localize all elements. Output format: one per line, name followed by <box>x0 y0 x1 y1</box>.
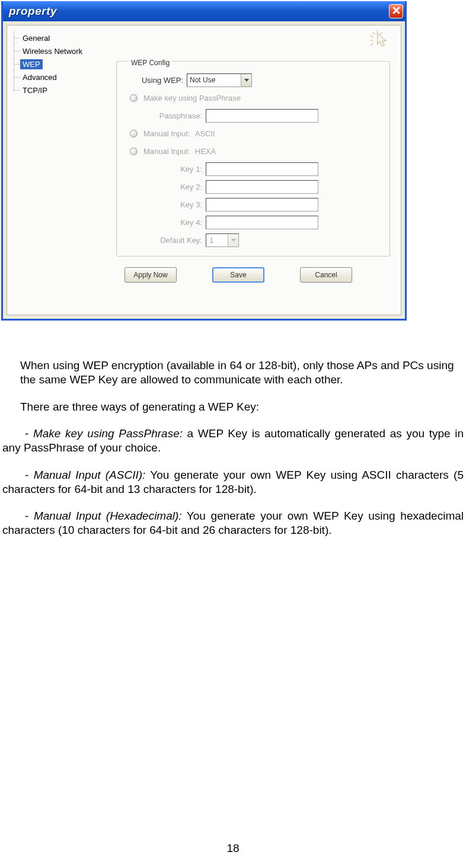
window-title: property <box>9 5 57 18</box>
manual-hexa-row: Manual Input: HEXA <box>124 142 382 160</box>
sidebar-item-wep[interactable]: WEP <box>12 57 110 71</box>
doc-paragraph-2: There are three ways of generating a WEP… <box>2 400 464 414</box>
document-body-text: When using WEP encryption (available in … <box>0 358 466 550</box>
title-bar[interactable]: property <box>3 1 405 21</box>
sidebar-item-tcpip[interactable]: TCP/IP <box>12 84 110 97</box>
passphrase-row: Passphrase: <box>124 107 382 124</box>
button-row: Apply Now Save Cancel <box>116 262 390 289</box>
close-button[interactable] <box>389 4 403 18</box>
key1-row: Key 1: <box>124 160 382 178</box>
key4-row: Key 4: <box>124 213 382 231</box>
manual-ascii-radio[interactable] <box>130 130 138 137</box>
using-wep-value: Not Use <box>190 76 215 84</box>
make-key-row: Make key using PassPhrase <box>124 89 382 107</box>
key3-input[interactable] <box>206 198 318 212</box>
sidebar-item-wireless-network[interactable]: Wireless Network <box>12 44 110 57</box>
manual-ascii-label: Manual Input: <box>143 129 190 138</box>
manual-hexa-label: Manual Input: <box>143 147 190 156</box>
sidebar-item-advanced[interactable]: Advanced <box>12 71 110 84</box>
manual-hexa-value: HEXA <box>195 147 216 156</box>
doc-paragraph-3: - Make key using PassPhrase: a WEP Key i… <box>2 427 464 455</box>
default-key-dropdown[interactable]: 1 <box>206 233 239 247</box>
window-body: General Wireless Network WEP Advanced TC… <box>7 25 401 315</box>
close-icon <box>392 6 400 17</box>
wep-config-fieldset: WEP Config Using WEP: Not Use Mak <box>116 61 390 257</box>
key2-label: Key 2: <box>124 182 206 191</box>
key4-input[interactable] <box>206 216 318 229</box>
default-key-value: 1 <box>206 236 228 245</box>
manual-hexa-radio[interactable] <box>130 148 138 155</box>
apply-now-button[interactable]: Apply Now <box>125 267 177 283</box>
make-key-radio[interactable] <box>130 94 138 102</box>
page-number: 18 <box>0 842 466 855</box>
chevron-down-icon <box>241 74 251 87</box>
key1-input[interactable] <box>206 162 318 176</box>
manual-ascii-value: ASCII <box>195 129 215 138</box>
passphrase-input[interactable] <box>206 109 318 123</box>
sidebar-item-general[interactable]: General <box>12 31 110 44</box>
doc-paragraph-4: - Manual Input (ASCII): You generate you… <box>2 468 464 497</box>
sidebar-tree: General Wireless Network WEP Advanced TC… <box>7 25 110 315</box>
property-window: property General Wireless Network WEP Ad… <box>1 1 407 321</box>
cancel-button[interactable]: Cancel <box>300 267 352 283</box>
default-key-row: Default Key: 1 <box>124 231 382 249</box>
save-button[interactable]: Save <box>212 267 264 283</box>
doc-paragraph-1: When using WEP encryption (available in … <box>2 358 464 387</box>
using-wep-dropdown[interactable]: Not Use <box>187 73 252 87</box>
key3-label: Key 3: <box>124 200 206 209</box>
main-panel: WEP Config Using WEP: Not Use Mak <box>110 25 401 315</box>
key2-row: Key 2: <box>124 178 382 196</box>
using-wep-label: Using WEP: <box>124 76 187 85</box>
make-key-label: Make key using PassPhrase <box>143 94 241 103</box>
key2-input[interactable] <box>206 180 318 194</box>
doc-paragraph-5: - Manual Input (Hexadecimal): You genera… <box>2 509 464 537</box>
key4-label: Key 4: <box>124 218 206 227</box>
using-wep-row: Using WEP: Not Use <box>124 71 382 89</box>
passphrase-label: Passphrase: <box>124 111 206 120</box>
default-key-label: Default Key: <box>124 236 206 245</box>
key1-label: Key 1: <box>124 165 206 174</box>
manual-ascii-row: Manual Input: ASCII <box>124 124 382 142</box>
chevron-down-icon <box>228 234 238 246</box>
fieldset-legend: WEP Config <box>129 59 172 67</box>
key3-row: Key 3: <box>124 196 382 213</box>
